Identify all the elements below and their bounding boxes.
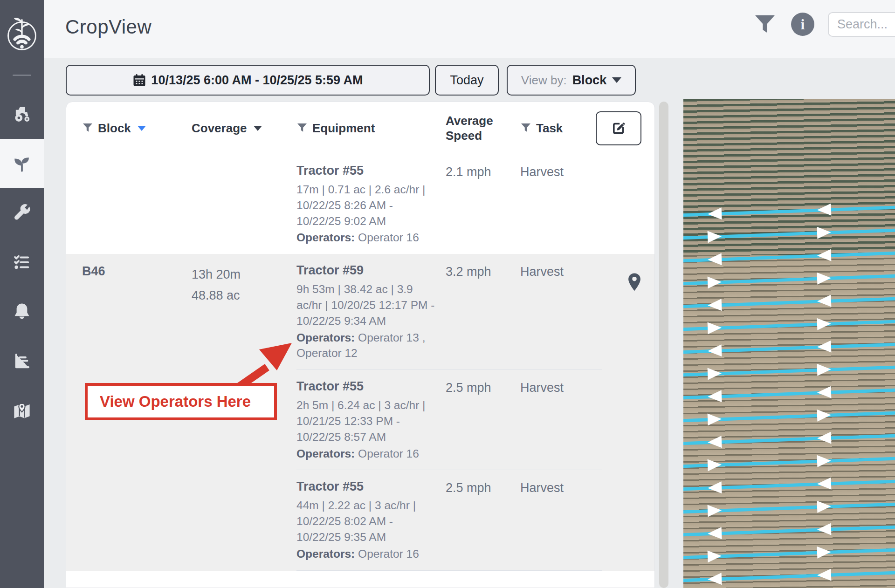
sidebar-divider <box>13 75 31 76</box>
annotation-label: View Operators Here <box>100 393 251 410</box>
equipment-entry[interactable]: Tractor #55 2h 5m | 6.24 ac | 3 ac/hr | … <box>296 369 602 470</box>
equipment-entry[interactable]: Tractor #59 9h 53m | 38.42 ac | 3.9 ac/h… <box>296 254 602 369</box>
view-by-label: View by: <box>521 73 567 88</box>
direction-arrow-icon <box>817 363 831 376</box>
sidebar-item-notifications[interactable] <box>0 287 44 336</box>
location-pin-icon[interactable] <box>626 273 642 292</box>
calendar-icon <box>132 73 146 87</box>
direction-arrow-icon <box>708 527 722 540</box>
direction-arrow-icon <box>817 455 831 467</box>
sidebar <box>0 0 44 588</box>
tractor-icon <box>12 104 32 124</box>
average-speed-cell: 3.2 mph <box>446 263 520 361</box>
direction-arrow-icon <box>708 550 722 562</box>
direction-arrow-icon <box>817 226 831 239</box>
block-cell <box>82 154 192 254</box>
annotation-box: View Operators Here <box>85 383 277 420</box>
operators-label: Operators: <box>296 331 355 344</box>
equipment-entry[interactable]: Tractor #55 17m | 0.71 ac | 2.6 ac/hr | … <box>296 154 602 254</box>
direction-arrow-icon <box>817 272 831 285</box>
operators-value: Operator 16 <box>358 547 419 560</box>
date-range-button[interactable]: 10/13/25 6:00 AM - 10/25/25 5:59 AM <box>66 65 430 96</box>
filter-icon[interactable] <box>520 123 531 134</box>
operators-label: Operators: <box>296 447 355 460</box>
filter-icon[interactable] <box>296 123 308 134</box>
direction-arrow-icon <box>708 207 722 220</box>
sidebar-item-map[interactable] <box>0 386 44 435</box>
sort-caret-icon[interactable] <box>138 126 146 131</box>
scrollbar-thumb[interactable] <box>659 102 668 588</box>
sidebar-item-maintenance[interactable] <box>0 188 44 238</box>
sidebar-item-tasks[interactable] <box>0 238 44 287</box>
info-icon[interactable]: i <box>791 13 814 36</box>
checklist-icon <box>12 253 32 272</box>
direction-arrow-icon <box>817 386 831 399</box>
direction-arrow-icon <box>708 481 722 494</box>
equipment-details: 9h 53m | 38.42 ac | 3.9 ac/hr | 10/20/25… <box>296 281 436 328</box>
average-speed-cell: 2.5 mph <box>446 379 520 461</box>
task-cell: Harvest <box>520 479 590 561</box>
filter-icon[interactable] <box>82 123 93 134</box>
column-coverage-label: Coverage <box>192 121 247 136</box>
equipment-entry <box>296 570 602 571</box>
task-cell: Harvest <box>520 164 590 246</box>
sidebar-item-reports[interactable] <box>0 336 44 386</box>
direction-arrow-icon <box>708 504 722 517</box>
info-glyph: i <box>801 16 805 33</box>
equipment-cell: Tractor #59 9h 53m | 38.42 ac | 3.9 ac/h… <box>296 263 446 361</box>
equipment-entries: Tractor #59 9h 53m | 38.42 ac | 3.9 ac/h… <box>296 254 654 570</box>
column-task[interactable]: Task <box>520 121 590 136</box>
direction-arrow-icon <box>817 249 831 262</box>
column-average-speed: Average Speed <box>446 113 516 144</box>
column-block[interactable]: Block <box>82 121 192 136</box>
scrollbar-track[interactable] <box>659 102 668 588</box>
task-cell: Harvest <box>520 263 590 361</box>
operators-label: Operators: <box>296 547 355 560</box>
seedling-icon <box>12 154 32 173</box>
edit-icon <box>610 120 627 137</box>
direction-arrow-icon <box>817 546 831 559</box>
direction-arrow-icon <box>708 253 722 266</box>
direction-arrow-icon <box>817 409 831 422</box>
view-by-value: Block <box>572 73 607 88</box>
sort-caret-icon[interactable] <box>254 126 262 131</box>
chevron-down-icon <box>612 77 621 83</box>
column-coverage[interactable]: Coverage <box>192 121 296 136</box>
search-input[interactable] <box>828 12 895 37</box>
field-map[interactable] <box>683 99 895 588</box>
column-equipment[interactable]: Equipment <box>296 121 446 136</box>
funnel-icon[interactable] <box>754 14 776 34</box>
direction-arrow-icon <box>817 341 831 353</box>
sidebar-nav <box>0 89 44 435</box>
direction-arrow-icon <box>708 299 722 311</box>
direction-arrow-icon <box>708 573 722 585</box>
bell-icon <box>12 302 32 321</box>
direction-arrow-icon <box>817 432 831 444</box>
direction-arrow-icon <box>708 436 722 448</box>
coverage-time: 13h 20m <box>192 264 296 285</box>
cropview-logo[interactable] <box>0 7 44 62</box>
direction-arrow-icon <box>817 500 831 513</box>
column-task-label: Task <box>536 121 563 136</box>
direction-arrow-icon <box>708 367 722 380</box>
sidebar-item-equipment[interactable] <box>0 89 44 139</box>
equipment-name: Tractor #59 <box>296 263 436 278</box>
direction-arrow-icon <box>817 478 831 490</box>
direction-arrow-icon <box>817 523 831 536</box>
today-button[interactable]: Today <box>435 65 499 96</box>
equipment-details: 2h 5m | 6.24 ac | 3 ac/hr | 10/21/25 12:… <box>296 397 436 444</box>
coverage-area: 48.88 ac <box>192 285 296 306</box>
sidebar-item-crops[interactable] <box>0 139 44 188</box>
table-row[interactable]: Tractor #55 17m | 0.71 ac | 2.6 ac/hr | … <box>66 154 654 254</box>
equipment-name: Tractor #55 <box>296 479 436 494</box>
edit-button[interactable] <box>596 111 641 145</box>
coverage-cell <box>192 154 296 254</box>
operators-value: Operator 16 <box>358 447 419 460</box>
direction-arrow-icon <box>708 390 722 403</box>
equipment-entry[interactable]: Tractor #55 44m | 2.22 ac | 3 ac/hr | 10… <box>296 470 602 570</box>
average-speed-cell: 2.1 mph <box>446 164 520 246</box>
date-range-text: 10/13/25 6:00 AM - 10/25/25 5:59 AM <box>151 73 363 88</box>
operators-line: Operators: Operator 16 <box>296 230 436 246</box>
operators-line: Operators: Operator 13 , Operator 12 <box>296 330 436 362</box>
view-by-dropdown[interactable]: View by: Block <box>507 65 636 96</box>
